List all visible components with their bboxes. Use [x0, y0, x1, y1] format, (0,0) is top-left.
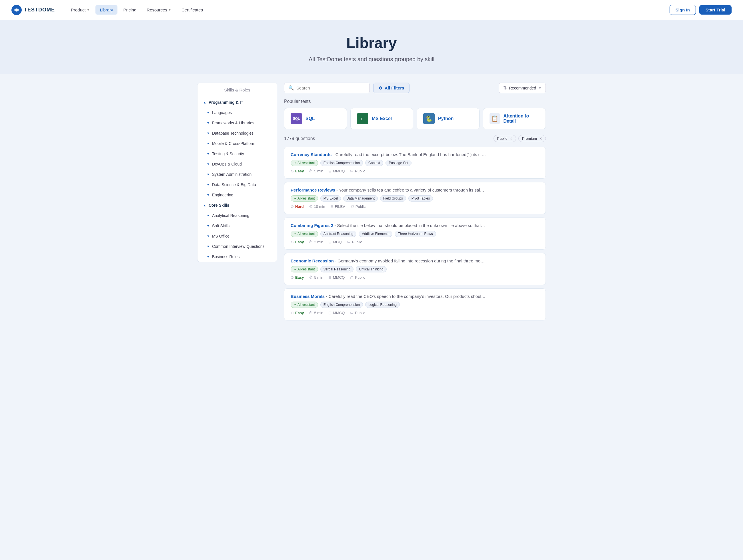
question-meta: ⊙ Easy ⏱ 5 min ⊞ MMCQ 🏷 Public [291, 169, 539, 173]
question-item-combining-figures: Combining Figures 2 - Select the tile be… [284, 218, 546, 250]
search-input-wrap[interactable]: 🔍 [284, 83, 370, 93]
type-icon: ⊞ [329, 275, 332, 279]
tag-ai-resistant[interactable]: ✦AI-resistant [291, 231, 318, 237]
test-card-excel[interactable]: X MS Excel [350, 108, 413, 129]
nav-pricing[interactable]: Pricing [119, 5, 141, 14]
start-trial-button[interactable]: Start Trial [699, 5, 732, 14]
sidebar-item-core-skills[interactable]: ▲ Core Skills [198, 200, 277, 210]
difficulty-icon: ⊙ [291, 240, 294, 244]
active-filter-tags: Public ✕ Premium ✕ [493, 135, 546, 142]
ai-icon: ✦ [294, 161, 296, 165]
question-link[interactable]: Currency Standards [291, 152, 332, 157]
question-desc: - Carefully read the excerpt below. The … [333, 152, 486, 157]
sidebar-item-devops[interactable]: ▼ DevOps & Cloud [198, 159, 277, 169]
all-filters-button[interactable]: ⚙ All Filters [373, 83, 409, 93]
tag-ai-resistant[interactable]: ✦AI-resistant [291, 302, 318, 308]
test-card-sql[interactable]: SQL SQL [284, 108, 347, 129]
nav-product[interactable]: Product ▼ [66, 5, 94, 14]
meta-time: ⏱ 5 min [309, 311, 323, 315]
meta-difficulty: ⊙ Easy [291, 311, 304, 315]
difficulty-icon: ⊙ [291, 204, 294, 209]
sub-arrow-icon: ▼ [207, 193, 210, 197]
sidebar-item-mobile[interactable]: ▼ Mobile & Cross-Platform [198, 138, 277, 148]
product-arrow-icon: ▼ [87, 8, 90, 11]
visibility-icon: 🏷 [350, 204, 354, 209]
tag-critical-thinking[interactable]: Critical Thinking [356, 266, 386, 272]
filter-tag-premium: Premium ✕ [518, 135, 546, 142]
sidebar-item-testing[interactable]: ▼ Testing & Security [198, 148, 277, 159]
visibility-icon: 🏷 [350, 311, 353, 315]
sort-arrow-icon: ▼ [538, 86, 541, 90]
question-tags: ✦AI-resistant MS Excel Data Management F… [291, 195, 539, 202]
tag-ms-excel[interactable]: MS Excel [320, 195, 341, 202]
question-link[interactable]: Performance Reviews [291, 187, 335, 192]
sidebar-item-database[interactable]: ▼ Database Technologies [198, 128, 277, 138]
sidebar-item-engineering[interactable]: ▼ Engineering [198, 190, 277, 200]
sidebar-item-ms-office[interactable]: ▼ MS Office [198, 231, 277, 241]
tag-field-groups[interactable]: Field Groups [380, 195, 406, 202]
sidebar-item-languages[interactable]: ▼ Languages [198, 107, 277, 118]
sort-icon: ⇅ [503, 85, 507, 91]
question-item-currency-standards: Currency Standards - Carefully read the … [284, 147, 546, 179]
sidebar-item-analytical[interactable]: ▼ Analytical Reasoning [198, 210, 277, 221]
nav-library[interactable]: Library [95, 5, 118, 14]
tag-pivot-tables[interactable]: Pivot Tables [408, 195, 433, 202]
difficulty-icon: ⊙ [291, 275, 294, 279]
filter-tag-public: Public ✕ [493, 135, 516, 142]
sort-dropdown[interactable]: ⇅ Recommended ▼ [499, 83, 546, 93]
tag-verbal-reasoning[interactable]: Verbal Reasoning [320, 266, 354, 272]
tag-logical-reasoning[interactable]: Logical Reasoning [365, 302, 400, 308]
questions-count: 1779 questions [284, 136, 315, 141]
tag-ai-resistant[interactable]: ✦AI-resistant [291, 266, 318, 272]
meta-visibility: 🏷 Public [350, 311, 365, 315]
signin-button[interactable]: Sign In [669, 5, 696, 15]
tag-ai-resistant[interactable]: ✦AI-resistant [291, 160, 318, 166]
sidebar-item-sysadmin[interactable]: ▼ System Administration [198, 169, 277, 179]
time-icon: ⏱ [309, 240, 313, 244]
sub-arrow-icon: ▼ [207, 245, 210, 248]
sub-arrow-icon: ▼ [207, 142, 210, 145]
meta-time: ⏱ 2 min [309, 240, 323, 244]
type-icon: ⊞ [329, 311, 332, 315]
remove-public-tag-button[interactable]: ✕ [510, 137, 512, 141]
question-link[interactable]: Economic Recession [291, 258, 334, 263]
ai-icon: ✦ [294, 232, 296, 236]
sub-arrow-icon: ▼ [207, 162, 210, 166]
tag-additive-elements[interactable]: Additive Elements [359, 231, 392, 237]
question-link[interactable]: Business Morals [291, 294, 324, 299]
search-input[interactable] [296, 85, 365, 90]
tag-passage-set[interactable]: Passage Set [386, 160, 411, 166]
question-link[interactable]: Combining Figures 2 [291, 223, 333, 228]
meta-time: ⏱ 10 min [309, 204, 325, 209]
tag-context[interactable]: Context [365, 160, 383, 166]
tag-english-comprehension[interactable]: English Comprehension [320, 160, 363, 166]
question-desc: - Select the tile below that should be p… [334, 223, 485, 228]
tag-abstract-reasoning[interactable]: Abstract Reasoning [320, 231, 357, 237]
header-actions: Sign In Start Trial [669, 5, 732, 15]
svg-point-1 [15, 9, 17, 11]
test-card-python[interactable]: 🐍 Python [417, 108, 480, 129]
sidebar-item-interview-questions[interactable]: ▼ Common Interview Questions [198, 241, 277, 252]
sidebar-item-soft-skills[interactable]: ▼ Soft Skills [198, 221, 277, 231]
meta-type: ⊞ MMCQ [329, 275, 345, 279]
remove-premium-tag-button[interactable]: ✕ [539, 137, 542, 141]
visibility-icon: 🏷 [350, 275, 353, 279]
sub-arrow-icon: ▼ [207, 255, 210, 258]
sidebar-item-frameworks[interactable]: ▼ Frameworks & Libraries [198, 118, 277, 128]
tag-ai-resistant[interactable]: ✦AI-resistant [291, 195, 318, 202]
test-card-atd[interactable]: 📋 Attention to Detail [483, 108, 546, 129]
meta-time: ⏱ 5 min [309, 275, 323, 279]
tag-english-comprehension[interactable]: English Comprehension [320, 302, 363, 308]
sidebar-item-programming-it[interactable]: ▲ Programming & IT [198, 97, 277, 107]
tag-data-management[interactable]: Data Management [343, 195, 378, 202]
nav-resources[interactable]: Resources ▼ [142, 5, 176, 14]
nav-certificates[interactable]: Certificates [177, 5, 208, 14]
expand-arrow-icon: ▲ [203, 101, 206, 104]
meta-time: ⏱ 5 min [309, 169, 323, 173]
questions-bar: 1779 questions Public ✕ Premium ✕ [284, 135, 546, 142]
logo[interactable]: TESTDOME [11, 5, 55, 15]
tag-three-horizontal-rows[interactable]: Three Horizontal Rows [395, 231, 436, 237]
meta-difficulty: ⊙ Easy [291, 240, 304, 244]
sidebar-item-business-roles[interactable]: ▼ Business Roles [198, 252, 277, 262]
sidebar-item-datascience[interactable]: ▼ Data Science & Big Data [198, 179, 277, 190]
